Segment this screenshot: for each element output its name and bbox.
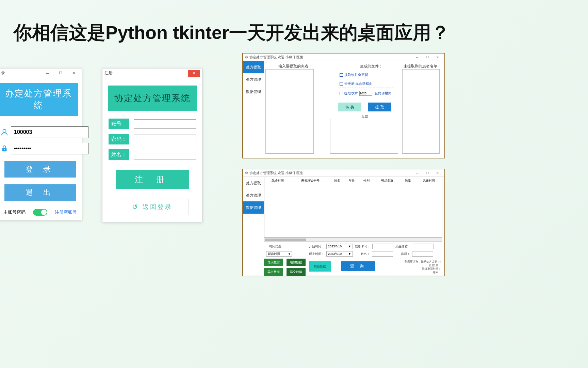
start-date-picker[interactable]: 2023/8/10▼ xyxy=(326,244,353,249)
login-title: 录 xyxy=(1,70,5,76)
clear-button[interactable]: 清空数据 xyxy=(287,268,306,276)
back-arrow-icon: ↺ xyxy=(132,203,139,211)
app-icon: ⚙ xyxy=(245,55,248,59)
login-window: 录 ─ ☐ ✕ 办定处方管理系统 登 录 退 出 主账号密码 注册新账号 xyxy=(0,68,82,220)
register-button[interactable]: 注 册 xyxy=(116,170,189,189)
unextracted-list[interactable] xyxy=(402,69,440,154)
name-label: 姓名： xyxy=(109,149,129,160)
account-row: 账号： xyxy=(109,119,196,129)
time-type-select[interactable]: 就诊时间▾ xyxy=(266,251,292,257)
name-input[interactable] xyxy=(134,150,196,159)
input-patients-list[interactable] xyxy=(265,69,314,154)
window-controls: ✕ xyxy=(188,70,200,77)
back-label: 返回登录 xyxy=(143,203,173,211)
col-drug[interactable]: 药品名称 xyxy=(374,177,401,184)
tab-extract[interactable]: 处方提取 xyxy=(243,61,264,73)
unextracted-label: 未提取到的患者名单： xyxy=(404,64,441,69)
col-qty[interactable]: 数量 xyxy=(401,177,415,184)
register-title: 注册 xyxy=(104,70,113,76)
login-button[interactable]: 登 录 xyxy=(4,161,76,178)
name-input[interactable] xyxy=(372,251,393,257)
data-titlebar: ⚙ 协定处方管理系统 欢迎 小糊仔 医生 ─ ☐ ✕ xyxy=(243,169,444,177)
login-footer: 主账号密码 注册新账号 xyxy=(0,201,82,220)
remember-label: 主账号密码 xyxy=(3,209,26,215)
close-button[interactable]: ✕ xyxy=(433,170,442,176)
col-card-no[interactable]: 患者就诊卡号 xyxy=(291,177,330,184)
start-label: 开始时间： xyxy=(309,244,324,249)
username-input[interactable] xyxy=(11,126,88,138)
login-titlebar: 录 ─ ☐ ✕ xyxy=(0,68,82,78)
h-scrollbar[interactable] xyxy=(264,237,442,242)
add-button[interactable]: 增加数据 xyxy=(287,259,306,266)
login-banner: 办定处方管理系统 xyxy=(0,83,78,116)
convert-button[interactable]: 转 换 xyxy=(338,103,361,111)
chk-full-transpose[interactable]: 全更新·纵向转横向 xyxy=(340,81,373,86)
extract-window: ⚙ 协定处方管理系统 欢迎 小糊仔 医生 ─ ☐ ✕ 处方提取 处方管理 数据管… xyxy=(242,53,445,158)
minimize-button[interactable]: ─ xyxy=(412,170,422,176)
tab-extract[interactable]: 处方提取 xyxy=(243,177,264,189)
window-controls: ─ ☐ ✕ xyxy=(42,70,80,77)
reg-password-input[interactable] xyxy=(134,135,196,144)
extract-button[interactable]: 提 取 xyxy=(368,103,391,111)
tab-data[interactable]: 数据管理 xyxy=(243,201,264,214)
tab-data[interactable]: 数据管理 xyxy=(243,86,264,98)
extract-content: 输入要提取的患者： 生成的文件： 未提取到的患者名单： 提取饮片全更新 全更新·… xyxy=(264,61,444,158)
col-age[interactable]: 年龄 xyxy=(344,177,359,184)
close-button[interactable]: ✕ xyxy=(433,55,442,60)
back-to-login-button[interactable]: ↺ 返回登录 xyxy=(116,199,189,215)
maximize-button[interactable]: ☐ xyxy=(423,170,432,176)
end-label: 截止时间： xyxy=(309,252,324,256)
exit-button[interactable]: 退 出 xyxy=(4,184,76,201)
register-link[interactable]: 注册新账号 xyxy=(55,209,77,215)
register-titlebar: 注册 ✕ xyxy=(102,68,202,78)
account-label: 账号： xyxy=(109,119,129,129)
diag-label: 诊断： xyxy=(395,252,410,256)
tab-manage[interactable]: 处方管理 xyxy=(243,73,264,86)
remember-toggle[interactable] xyxy=(33,209,47,216)
password-input[interactable] xyxy=(11,143,88,154)
col-name[interactable]: 姓名 xyxy=(330,177,344,184)
close-button[interactable]: ✕ xyxy=(67,70,80,77)
data-grid[interactable]: 就诊时间 患者就诊卡号 姓名 年龄 性别 药品名称 数量 记账时间 xyxy=(264,177,442,237)
time-type-label: 时间类型： xyxy=(264,244,284,249)
extract-body: 处方提取 处方管理 数据管理 输入要提取的患者： 生成的文件： 未提取到的患者名… xyxy=(243,61,444,158)
col-gender[interactable]: 性别 xyxy=(359,177,374,184)
data-content: 就诊时间 患者就诊卡号 姓名 年龄 性别 药品名称 数量 记账时间 时间类型： … xyxy=(264,177,444,276)
data-title: 协定处方管理系统 欢迎 小糊仔 医生 xyxy=(249,171,303,175)
year-input[interactable] xyxy=(359,91,372,96)
minimize-button[interactable]: ─ xyxy=(42,70,54,77)
name-row: 姓名： xyxy=(109,149,196,160)
data-window: ⚙ 协定处方管理系统 欢迎 小糊仔 医生 ─ ☐ ✕ 处方提取 处方管理 数据管… xyxy=(242,169,445,276)
register-window: 注册 ✕ 协定处方管理系统 账号： 密码： 姓名： 注 册 ↺ 返回登录 xyxy=(102,68,202,222)
end-date-picker[interactable]: 2023/8/10▼ xyxy=(326,251,353,257)
card-label: 就诊卡号： xyxy=(355,244,370,249)
col-bill-time[interactable]: 记账时间 xyxy=(415,177,442,184)
account-input[interactable] xyxy=(134,119,196,129)
generated-files-label: 生成的文件： xyxy=(360,64,382,69)
drug-input[interactable] xyxy=(413,244,434,249)
feedback-box[interactable] xyxy=(330,119,398,154)
card-input[interactable] xyxy=(372,244,393,249)
export-button[interactable]: 导出数据 xyxy=(264,268,283,276)
minimize-button[interactable]: ─ xyxy=(412,55,422,60)
password-row: 密码： xyxy=(109,134,196,144)
diag-input[interactable] xyxy=(412,251,433,257)
chevron-down-icon: ▼ xyxy=(348,245,351,248)
maximize-button[interactable]: ☐ xyxy=(423,55,432,60)
chk-year-transpose[interactable]: 提取饮片 ·纵向转横向 xyxy=(340,91,392,96)
import-button[interactable]: 导入数据 xyxy=(264,259,283,266)
db-meta: 数据库名称：提取饮片全表.db 总 数 量： 最近更新时间： 用户： xyxy=(405,260,441,274)
data-sidenav: 处方提取 处方管理 数据管理 xyxy=(243,177,264,276)
user-icon xyxy=(1,128,8,137)
query-button[interactable]: 查 询 xyxy=(341,261,375,271)
tab-manage[interactable]: 处方管理 xyxy=(243,189,264,201)
chk-full-update[interactable]: 提取饮片全更新 xyxy=(340,73,368,77)
close-button[interactable]: ✕ xyxy=(188,70,200,77)
maximize-button[interactable]: ☐ xyxy=(54,70,67,77)
app-icon: ⚙ xyxy=(245,171,248,175)
col-visit-time[interactable]: 就诊时间 xyxy=(264,177,291,184)
name-label: 姓名： xyxy=(355,252,370,256)
refresh-button[interactable]: 刷新数据 xyxy=(309,261,331,272)
window-controls: ─ ☐ ✕ xyxy=(412,170,442,176)
extract-title: 协定处方管理系统 欢迎 小糊仔 医生 xyxy=(249,55,303,60)
